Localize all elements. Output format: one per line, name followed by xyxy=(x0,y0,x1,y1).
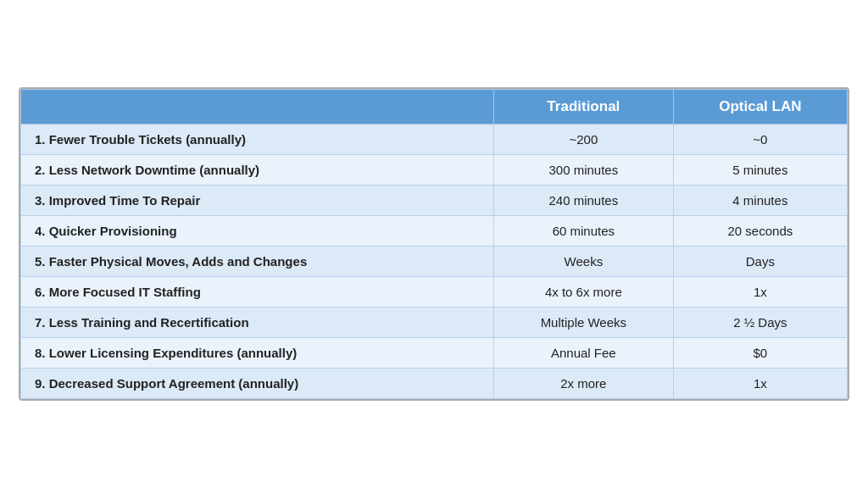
row-label: 3. Improved Time To Repair xyxy=(21,186,494,216)
row-optical: 1x xyxy=(673,369,847,399)
row-label: 7. Less Training and Recertification xyxy=(21,308,494,338)
header-traditional: Traditional xyxy=(493,90,673,125)
table-row: 7. Less Training and RecertificationMult… xyxy=(21,308,848,338)
comparison-table: Traditional Optical LAN 1. Fewer Trouble… xyxy=(19,87,849,401)
row-traditional: 240 minutes xyxy=(493,186,673,216)
row-label: 8. Lower Licensing Expenditures (annuall… xyxy=(21,338,494,369)
table-row: 5. Faster Physical Moves, Adds and Chang… xyxy=(21,247,848,277)
row-label: 4. Quicker Provisioning xyxy=(21,216,494,247)
row-optical: 2 ½ Days xyxy=(673,308,847,338)
row-optical: ~0 xyxy=(673,125,847,155)
row-label: 6. More Focused IT Staffing xyxy=(21,277,494,308)
table-row: 9. Decreased Support Agreement (annually… xyxy=(21,369,848,399)
row-traditional: 4x to 6x more xyxy=(493,277,673,308)
table-row: 6. More Focused IT Staffing4x to 6x more… xyxy=(21,277,848,308)
row-traditional: 300 minutes xyxy=(493,155,673,186)
row-label: 2. Less Network Downtime (annually) xyxy=(21,155,494,186)
row-label: 9. Decreased Support Agreement (annually… xyxy=(21,369,494,399)
table-row: 1. Fewer Trouble Tickets (annually)~200~… xyxy=(21,125,848,155)
header-optical-lan: Optical LAN xyxy=(673,90,847,125)
row-traditional: 2x more xyxy=(493,369,673,399)
row-traditional: Annual Fee xyxy=(493,338,673,369)
header-feature xyxy=(21,90,494,125)
table-row: 8. Lower Licensing Expenditures (annuall… xyxy=(21,338,848,369)
row-traditional: Multiple Weeks xyxy=(493,308,673,338)
row-optical: 5 minutes xyxy=(673,155,847,186)
row-optical: Days xyxy=(673,247,847,277)
row-label: 1. Fewer Trouble Tickets (annually) xyxy=(21,125,494,155)
row-traditional: Weeks xyxy=(493,247,673,277)
table-header-row: Traditional Optical LAN xyxy=(21,90,848,125)
table-row: 4. Quicker Provisioning60 minutes20 seco… xyxy=(21,216,848,247)
row-optical: 20 seconds xyxy=(673,216,847,247)
row-traditional: 60 minutes xyxy=(493,216,673,247)
row-optical: 1x xyxy=(673,277,847,308)
row-optical: 4 minutes xyxy=(673,186,847,216)
row-label: 5. Faster Physical Moves, Adds and Chang… xyxy=(21,247,494,277)
row-optical: $0 xyxy=(673,338,847,369)
table-row: 3. Improved Time To Repair240 minutes4 m… xyxy=(21,186,848,216)
table-row: 2. Less Network Downtime (annually)300 m… xyxy=(21,155,848,186)
row-traditional: ~200 xyxy=(493,125,673,155)
